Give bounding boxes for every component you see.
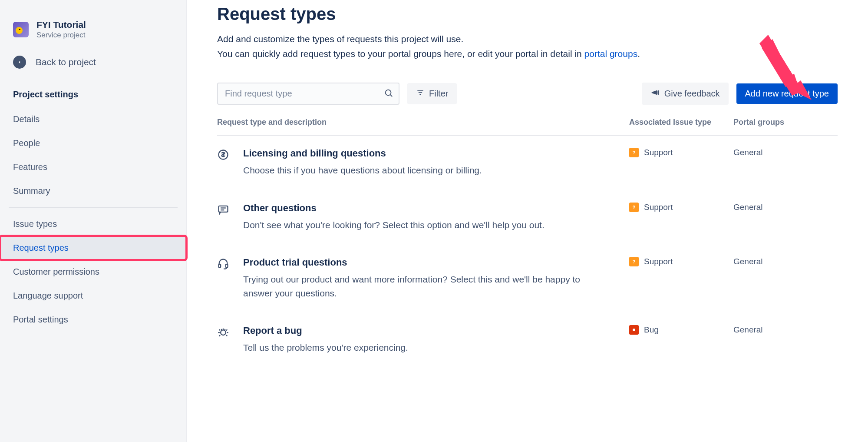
desc-line-2-pre: You can quickly add request types to you… [217, 49, 584, 59]
search-wrap [217, 83, 399, 105]
svg-rect-7 [219, 206, 228, 212]
page-description: Add and customize the types of requests … [217, 32, 838, 61]
svg-point-15 [633, 329, 635, 331]
col-request: Request type and description [217, 118, 629, 127]
support-badge-icon: ? [629, 148, 639, 157]
request-type-description: Tell us the problems you're experiencing… [243, 341, 582, 355]
request-type-row[interactable]: Product trial questions Trying out our p… [217, 245, 838, 313]
request-type-description: Choose this if you have questions about … [243, 163, 582, 177]
portal-group: General [733, 257, 838, 266]
sidebar-item-issue-types[interactable]: Issue types [0, 212, 186, 236]
project-subtitle: Service project [36, 31, 86, 40]
associated-issue-type: ? Support [629, 203, 733, 212]
main-content: Request types Add and customize the type… [187, 0, 868, 442]
sidebar-item-details[interactable]: Details [0, 107, 186, 131]
request-type-list: Licensing and billing questions Choose t… [217, 136, 838, 368]
sidebar: FYI Tutorial Service project Back to pro… [0, 0, 187, 442]
request-type-row[interactable]: Report a bug Tell us the problems you're… [217, 313, 838, 368]
search-icon[interactable] [384, 88, 393, 100]
svg-text:?: ? [633, 150, 635, 155]
portal-group: General [733, 325, 838, 335]
issue-type-label: Support [644, 257, 673, 266]
desc-line-2-post: . [637, 49, 640, 59]
sidebar-item-customer-permissions[interactable]: Customer permissions [0, 260, 186, 284]
sidebar-item-portal-settings[interactable]: Portal settings [0, 308, 186, 332]
megaphone-icon [650, 88, 660, 100]
bug-badge-icon [629, 325, 639, 335]
request-type-description: Don't see what you're looking for? Selec… [243, 218, 582, 232]
give-feedback-button[interactable]: Give feedback [642, 83, 729, 105]
back-arrow-icon [13, 56, 26, 69]
add-label: Add new request type [745, 89, 829, 99]
issue-type-label: Support [644, 203, 673, 212]
back-to-project-link[interactable]: Back to project [0, 46, 186, 78]
sidebar-item-features[interactable]: Features [0, 155, 186, 179]
request-type-title: Other questions [243, 203, 629, 214]
sidebar-divider [9, 207, 178, 208]
request-type-title: Product trial questions [243, 257, 629, 268]
page-title: Request types [217, 4, 838, 24]
request-type-row[interactable]: Other questions Don't see what you're lo… [217, 190, 838, 245]
associated-issue-type: Bug [629, 325, 733, 335]
svg-rect-11 [219, 264, 221, 267]
sidebar-item-request-types[interactable]: Request types [0, 236, 186, 260]
request-type-icon [217, 203, 243, 217]
request-type-title: Report a bug [243, 325, 629, 336]
sidebar-section-heading: Project settings [0, 78, 186, 107]
portal-group: General [733, 148, 838, 157]
sidebar-item-people[interactable]: People [0, 131, 186, 155]
portal-groups-link[interactable]: portal groups [584, 49, 638, 59]
svg-point-14 [221, 330, 226, 336]
svg-point-0 [386, 90, 391, 95]
toolbar: Filter Give feedback Add new request typ… [217, 83, 838, 105]
associated-issue-type: ? Support [629, 257, 733, 266]
back-label: Back to project [36, 57, 96, 67]
project-header: FYI Tutorial Service project [0, 13, 186, 46]
request-type-icon [217, 325, 243, 340]
issue-type-label: Support [644, 148, 673, 157]
sidebar-item-language-support[interactable]: Language support [0, 284, 186, 308]
sidebar-item-summary[interactable]: Summary [0, 179, 186, 203]
col-issue: Associated Issue type [629, 118, 733, 127]
support-badge-icon: ? [629, 203, 639, 212]
desc-line-1: Add and customize the types of requests … [217, 34, 463, 44]
request-type-description: Trying out our product and want more inf… [243, 273, 582, 300]
request-type-icon [217, 148, 243, 163]
col-portal: Portal groups [733, 118, 838, 127]
associated-issue-type: ? Support [629, 148, 733, 157]
request-type-row[interactable]: Licensing and billing questions Choose t… [217, 136, 838, 190]
project-avatar-icon [13, 22, 29, 37]
search-input[interactable] [217, 83, 399, 105]
filter-label: Filter [429, 89, 448, 99]
add-new-request-type-button[interactable]: Add new request type [736, 83, 838, 104]
feedback-label: Give feedback [664, 89, 720, 99]
filter-button[interactable]: Filter [407, 83, 457, 104]
project-title: FYI Tutorial [36, 20, 86, 30]
portal-group: General [733, 203, 838, 212]
svg-rect-12 [226, 264, 228, 267]
svg-line-1 [390, 95, 392, 96]
table-header: Request type and description Associated … [217, 118, 838, 136]
request-type-icon [217, 257, 243, 272]
issue-type-label: Bug [644, 325, 659, 335]
filter-icon [416, 88, 425, 99]
request-type-title: Licensing and billing questions [243, 148, 629, 159]
svg-text:?: ? [633, 259, 635, 264]
svg-text:?: ? [633, 204, 635, 209]
support-badge-icon: ? [629, 257, 639, 266]
